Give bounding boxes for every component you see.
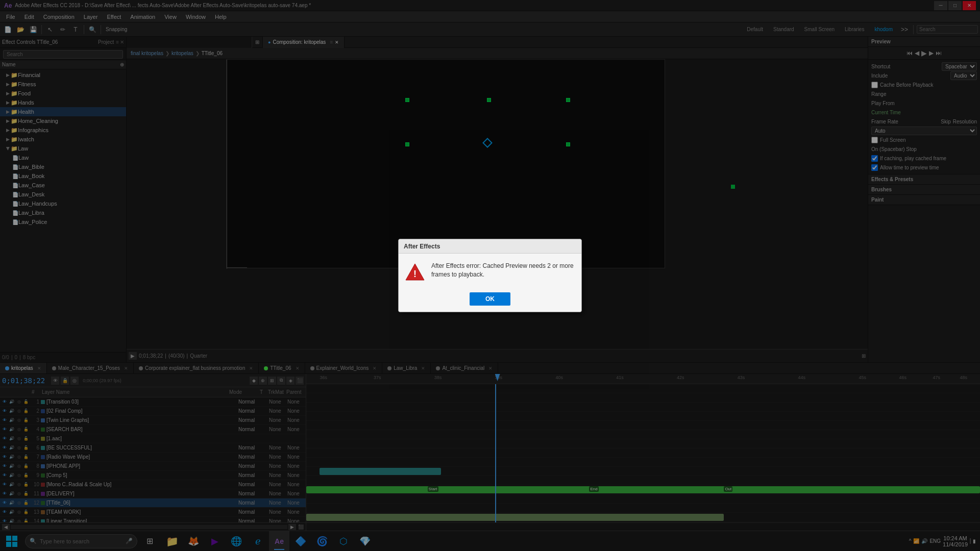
svg-text:!: ! xyxy=(413,269,416,279)
dialog-body: ! After Effects error: Cached Preview ne… xyxy=(399,254,581,288)
dialog-footer: OK xyxy=(399,288,581,312)
error-dialog: After Effects ! After Effects error: Cac… xyxy=(398,239,582,312)
dialog-title: After Effects xyxy=(404,243,440,250)
dialog-title-bar: After Effects xyxy=(399,239,581,254)
dialog-message: After Effects error: Cached Preview need… xyxy=(431,262,575,279)
modal-overlay: After Effects ! After Effects error: Cac… xyxy=(0,0,980,551)
dialog-ok-button[interactable]: OK xyxy=(470,292,510,306)
warning-triangle-icon: ! xyxy=(405,262,425,282)
warning-icon: ! xyxy=(405,262,425,282)
